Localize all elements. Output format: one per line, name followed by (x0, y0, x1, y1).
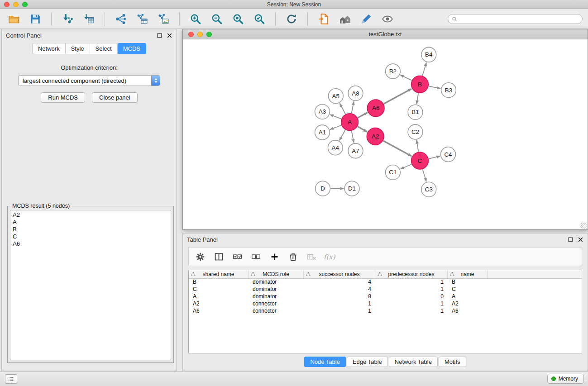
table-row[interactable]: A6connector11A6 (189, 308, 582, 315)
refresh-button[interactable] (282, 11, 301, 27)
zoom-window-button[interactable] (22, 2, 28, 7)
graph-edge-A6-B[interactable] (384, 89, 411, 104)
mcds-result-item[interactable]: C (13, 233, 168, 240)
column-header-name[interactable]: name (448, 270, 488, 278)
export-document-button[interactable] (314, 11, 333, 27)
minimize-window-button[interactable] (13, 2, 19, 7)
graph-node-A1[interactable]: A1 (315, 125, 330, 140)
search-box[interactable] (448, 14, 583, 24)
close-network-window-button[interactable] (188, 32, 194, 37)
graph-edge-A-A8[interactable] (352, 101, 354, 113)
graph-node-A3[interactable]: A3 (315, 104, 330, 119)
criterion-dropdown[interactable]: largest connected component (directed) (18, 75, 160, 86)
graph-node-B[interactable]: B (411, 76, 429, 93)
run-mcds-button[interactable]: Run MCDS (41, 92, 85, 103)
close-table-panel-icon[interactable] (578, 237, 583, 243)
minimize-network-window-button[interactable] (197, 32, 203, 37)
graph-node-A7[interactable]: A7 (348, 143, 363, 158)
graph-edge-B-B3[interactable] (429, 86, 440, 88)
column-header-predecessor-nodes[interactable]: predecessor nodes (375, 270, 448, 278)
task-history-button[interactable] (5, 374, 17, 384)
graph-edge-A-A7[interactable] (352, 131, 354, 143)
graph-node-D1[interactable]: D1 (344, 181, 359, 196)
float-table-panel-icon[interactable] (568, 237, 574, 243)
graph-node-C4[interactable]: C4 (441, 147, 456, 162)
delete-table-button[interactable] (304, 249, 319, 264)
zoom-network-window-button[interactable] (206, 32, 212, 37)
tab-style[interactable]: Style (66, 43, 90, 54)
tab-select[interactable]: Select (90, 43, 118, 54)
graph-node-B4[interactable]: B4 (421, 47, 436, 62)
float-panel-icon[interactable] (157, 33, 163, 38)
graph-edge-A2-C[interactable] (383, 141, 412, 156)
graph-edge-A-A6[interactable] (358, 113, 368, 118)
graph-node-B1[interactable]: B1 (408, 105, 423, 119)
window-resize-grip[interactable] (581, 223, 587, 229)
column-header-shared-name[interactable]: shared name (189, 270, 249, 278)
graph-node-B2[interactable]: B2 (385, 64, 400, 79)
graph-node-C3[interactable]: C3 (421, 182, 436, 197)
graph-edge-A-A4[interactable] (339, 130, 345, 140)
graph-node-C1[interactable]: C1 (385, 165, 400, 180)
graph-node-A8[interactable]: A8 (348, 86, 363, 101)
mcds-result-item[interactable]: B (13, 226, 168, 233)
delete-column-button[interactable] (286, 249, 300, 264)
mcds-result-list[interactable]: A2ABCA6 (10, 210, 171, 360)
function-builder-button[interactable]: f(x) (323, 249, 337, 264)
network-table-button[interactable] (133, 11, 152, 27)
network-window-titlebar[interactable]: testGlobe.txt (183, 29, 588, 39)
mcds-result-item[interactable]: A2 (13, 211, 168, 219)
graph-node-B3[interactable]: B3 (441, 83, 456, 98)
home-button[interactable] (335, 11, 354, 27)
tab-node-table[interactable]: Node Table (304, 357, 346, 367)
open-file-button[interactable] (5, 11, 24, 27)
zoom-fit-button[interactable] (229, 11, 248, 27)
close-panel-button[interactable]: Close panel (92, 92, 138, 103)
eye-button[interactable] (378, 11, 397, 27)
paint-style-button[interactable] (357, 11, 376, 27)
zoom-out-button[interactable] (207, 11, 226, 27)
column-header-MCDS-role[interactable]: MCDS role (249, 270, 304, 278)
settings-gear-button[interactable] (193, 249, 207, 264)
table-row[interactable]: Bdominator41B (189, 279, 582, 286)
search-input[interactable] (460, 16, 579, 22)
table-row[interactable]: Adominator80A (189, 293, 582, 300)
zoom-selected-button[interactable] (250, 11, 269, 27)
mcds-result-item[interactable]: A (13, 219, 168, 226)
graph-edge-B-B1[interactable] (416, 93, 418, 104)
column-visibility-button[interactable] (211, 249, 226, 264)
network-image-button[interactable] (154, 11, 173, 27)
graph-node-A4[interactable]: A4 (328, 140, 343, 155)
table-row[interactable]: A2connector11A2 (189, 300, 582, 308)
deselect-all-button[interactable] (249, 249, 263, 264)
close-window-button[interactable] (4, 2, 10, 7)
graph-edge-C-C1[interactable] (401, 164, 411, 169)
graph-edge-A-A3[interactable] (330, 114, 341, 119)
graph-node-C[interactable]: C (411, 152, 429, 169)
tab-network[interactable]: Network (32, 43, 66, 54)
network-canvas[interactable]: B4B2BB3A5A8A6B1A3AA1C2A2A4A7C4CC1C3DD1 (183, 40, 587, 229)
graph-node-A2[interactable]: A2 (367, 128, 384, 145)
graph-edge-C-C4[interactable] (429, 156, 440, 159)
graph-edge-B-B4[interactable] (422, 62, 426, 76)
column-header-successor-nodes[interactable]: successor nodes (304, 270, 375, 278)
tab-network-table[interactable]: Network Table (389, 357, 438, 367)
graph-node-C2[interactable]: C2 (408, 124, 423, 139)
graph-node-A5[interactable]: A5 (328, 89, 343, 104)
tab-motifs[interactable]: Motifs (439, 357, 466, 367)
import-network-button[interactable] (58, 11, 77, 27)
tab-edge-table[interactable]: Edge Table (347, 357, 388, 367)
new-network-button[interactable] (111, 11, 130, 27)
memory-button[interactable]: Memory (547, 374, 584, 384)
select-all-button[interactable] (230, 249, 244, 264)
tab-mcds[interactable]: MCDS (118, 43, 146, 54)
graph-edge-A-A2[interactable] (358, 126, 367, 132)
network-view[interactable]: B4B2BB3A5A8A6B1A3AA1C2A2A4A7C4CC1C3DD1 (183, 40, 587, 229)
graph-node-D[interactable]: D (316, 181, 330, 196)
graph-node-A[interactable]: A (341, 114, 359, 131)
graph-edge-A-A1[interactable] (330, 125, 341, 129)
import-table-button[interactable] (79, 11, 98, 27)
graph-node-A6[interactable]: A6 (367, 100, 384, 117)
graph-edge-C-C2[interactable] (416, 140, 418, 152)
add-column-button[interactable] (267, 249, 282, 264)
